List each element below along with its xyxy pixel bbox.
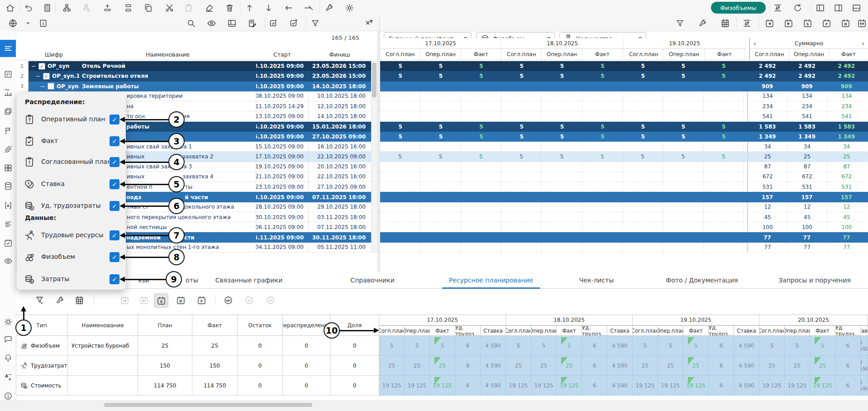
gantt-row[interactable]: 134134134 xyxy=(380,91,868,101)
panel-checkbox-a3[interactable]: ✓ xyxy=(110,179,119,189)
task-checkbox[interactable]: ✓ xyxy=(43,73,50,80)
resource-subcol-header[interactable]: Уд. трудоз... xyxy=(709,325,734,336)
panel-checkbox-b0[interactable]: ✓ xyxy=(110,230,119,240)
arrow-up-icon[interactable] xyxy=(243,1,256,14)
calendar-s-icon[interactable]: S xyxy=(801,16,814,30)
resource-header-1[interactable]: Наименование xyxy=(68,315,138,336)
paint-icon[interactable] xyxy=(202,1,216,14)
tab-item-2[interactable]: Связанные графики xyxy=(215,272,282,289)
add-node-icon[interactable] xyxy=(60,1,73,14)
caret-down-icon[interactable] xyxy=(21,16,35,30)
gantt-subcol-header[interactable]: Опер.план xyxy=(664,49,704,60)
gantt-row[interactable]: 343434 xyxy=(380,142,868,152)
resource-subcol-header[interactable]: Ставка xyxy=(481,325,506,336)
resource-subcol-header[interactable]: Уд. трудоз... xyxy=(582,325,607,336)
undo-icon[interactable] xyxy=(22,1,35,14)
gantt-subcol-header[interactable]: Опер.план xyxy=(420,49,461,60)
grid-icon[interactable] xyxy=(2,162,14,174)
select-all-icon[interactable] xyxy=(267,16,280,30)
calendar-f-icon[interactable]: F xyxy=(195,293,208,307)
column-header-start[interactable]: Старт xyxy=(256,49,308,60)
tab-item-1[interactable]: оты xyxy=(186,272,198,289)
eye-icon[interactable] xyxy=(205,16,218,30)
calendar-grid-icon[interactable] xyxy=(718,16,732,30)
tab-item-0[interactable]: язи xyxy=(138,272,149,289)
calendar-grid-icon[interactable] xyxy=(72,293,86,307)
wrench-icon[interactable] xyxy=(696,16,709,30)
eye-icon[interactable] xyxy=(2,255,14,267)
gantt-subcol-header[interactable]: Факт xyxy=(461,49,501,60)
chart-icon[interactable] xyxy=(2,86,14,98)
gantt-row[interactable]: 777777 xyxy=(380,232,868,242)
tab-item-5[interactable]: Чек-листы xyxy=(579,272,614,289)
info-circle-icon[interactable] xyxy=(2,390,14,402)
info-icon[interactable] xyxy=(36,16,50,30)
resource-subcol-header[interactable]: Ставка xyxy=(607,325,633,336)
column-header-name[interactable]: Наименование xyxy=(79,49,256,60)
resource-subcol-header[interactable]: Опер.план xyxy=(658,325,683,336)
arrow-left-icon[interactable] xyxy=(281,1,295,14)
paste-icon[interactable] xyxy=(181,1,195,14)
gantt-row[interactable]: 5555555551 3491 3491 349 xyxy=(380,132,868,142)
arrow-right-icon[interactable] xyxy=(301,1,315,14)
tab-item-7[interactable]: Запросы и поручения xyxy=(778,272,850,289)
tree-toggle-icon[interactable]: − xyxy=(36,73,40,79)
cut-icon[interactable] xyxy=(162,1,176,14)
gantt-subcol-header[interactable]: Согл.план xyxy=(380,49,420,60)
approve-icon[interactable] xyxy=(242,293,256,307)
summary-subcol-header[interactable]: Согл.план xyxy=(749,49,789,60)
resource-subcol-header[interactable]: Ставка xyxy=(734,325,759,336)
gantt-row[interactable]: 121212 xyxy=(380,202,868,212)
gantt-row[interactable]: 157157157 xyxy=(380,192,868,202)
insert-row-icon[interactable] xyxy=(100,1,114,14)
panel-checkbox-a1[interactable]: ✓ xyxy=(110,136,119,146)
gantt-subcol-header[interactable]: Факт xyxy=(582,49,623,60)
layers-icon[interactable] xyxy=(2,105,14,117)
approve-all-icon[interactable] xyxy=(221,293,235,307)
calendar-first-icon[interactable] xyxy=(118,293,131,307)
horizontal-scrollbar-thumb[interactable] xyxy=(104,403,312,407)
summary-subcol-header[interactable]: Опер.план xyxy=(789,49,828,60)
calendar-check-icon[interactable] xyxy=(2,237,14,249)
tab-resource-planning[interactable]: Ресурсное планирование xyxy=(449,272,533,289)
gantt-row[interactable]: 5555555552 4922 4922 492 xyxy=(380,71,868,81)
calendar-prev-icon[interactable] xyxy=(763,16,776,30)
resource-subcol-header[interactable]: Опер.план xyxy=(405,325,430,336)
calendar-s-icon[interactable]: S xyxy=(154,293,168,308)
chevron-right-icon[interactable]: › xyxy=(862,40,864,47)
filter-icon[interactable] xyxy=(308,16,322,30)
resource-subcol-header[interactable]: Опер.план xyxy=(785,325,810,336)
calculator-icon[interactable] xyxy=(40,1,54,14)
resource-subcol-header[interactable]: Опер.план xyxy=(531,325,557,336)
task-checkbox[interactable]: ✓ xyxy=(38,63,45,70)
calendar-d-icon[interactable]: D xyxy=(839,16,852,30)
resource-subcol-header[interactable]: Факт xyxy=(683,325,709,336)
bell-icon[interactable] xyxy=(2,352,14,364)
filter-icon[interactable] xyxy=(673,16,687,30)
panel-checkbox-b2[interactable]: ✓ xyxy=(110,274,119,284)
column-header-code[interactable]: Шифр xyxy=(29,49,79,60)
deselect-all-icon[interactable] xyxy=(287,16,300,30)
task-row[interactable]: 1−✓OP_synОтель Речной08.10.2025 09:0023.… xyxy=(16,61,371,71)
resource-header-2[interactable]: План xyxy=(138,315,192,336)
copy-icon[interactable] xyxy=(141,1,155,14)
resource-subcol-header[interactable]: Уд. трудоз... xyxy=(455,325,481,336)
duplicate-row-icon[interactable] xyxy=(121,1,135,14)
resource-subcol-header[interactable]: Согл.план xyxy=(633,325,658,336)
resource-header-3[interactable]: Факт xyxy=(192,315,238,336)
gantt-row[interactable]: 531531531 xyxy=(380,182,868,192)
layout-panel-icon[interactable] xyxy=(225,16,238,30)
panel-checkbox-a4[interactable]: ✓ xyxy=(110,201,119,211)
gantt-subcol-header[interactable]: Согл.план xyxy=(624,49,664,60)
chevron-left-icon[interactable]: ‹ xyxy=(754,40,756,47)
refresh-icon[interactable] xyxy=(791,1,804,14)
calendar-next-icon[interactable] xyxy=(782,16,795,30)
gantt-subcol-header[interactable]: Согл.план xyxy=(501,49,542,60)
edit-note-icon[interactable] xyxy=(245,16,259,30)
home-icon[interactable] xyxy=(3,1,17,14)
search-icon[interactable] xyxy=(184,16,198,30)
gantt-row[interactable]: 5555555551 5831 5831 583 xyxy=(380,122,868,132)
list-icon[interactable] xyxy=(2,218,14,230)
brightness-icon[interactable] xyxy=(2,315,14,328)
database-icon[interactable] xyxy=(2,180,14,192)
